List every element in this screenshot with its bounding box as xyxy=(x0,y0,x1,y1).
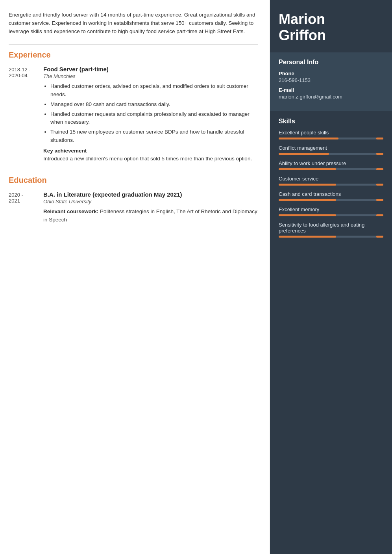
email-value: marion.z.girffon@gmail.com xyxy=(279,94,383,100)
skills-list: Excellent people skillsConflict manageme… xyxy=(279,130,383,238)
skill-bar-end xyxy=(376,168,383,170)
education-entry: 2020 - 2021B.A. in Literature (expected … xyxy=(9,191,258,224)
skill-name: Ability to work under pressure xyxy=(279,160,383,166)
bullet-item: Handled customer orders, advised on spec… xyxy=(50,82,258,99)
skill-bar-end xyxy=(376,199,383,201)
coursework-text: Relevant coursework: Politeness strategi… xyxy=(43,208,258,224)
skill-name: Cash and card transactions xyxy=(279,191,383,197)
personal-info-section: Personal Info Phone 216-596-1153 E-mail … xyxy=(270,52,392,111)
divider-experience xyxy=(9,45,258,45)
achievement-label: Key achievement xyxy=(43,148,258,154)
skill-bar-end xyxy=(376,153,383,155)
skill-bar-end xyxy=(376,236,383,238)
experience-content: Food Server (part-time)The MunchiesHandl… xyxy=(43,66,258,163)
experience-bullets: Handled customer orders, advised on spec… xyxy=(50,82,258,145)
education-list: 2020 - 2021B.A. in Literature (expected … xyxy=(9,191,258,224)
skill-item: Sensitivity to food allergies and eating… xyxy=(279,222,383,238)
experience-section-title: Experience xyxy=(9,50,258,59)
skill-item: Conflict management xyxy=(279,145,383,155)
skill-bar-fill xyxy=(279,184,336,186)
skill-name: Excellent memory xyxy=(279,206,383,212)
experience-date: 2018-12 - 2020-04 xyxy=(9,66,43,163)
skill-bar-fill xyxy=(279,214,336,216)
phone-label: Phone xyxy=(279,71,383,76)
education-title: B.A. in Literature (expected graduation … xyxy=(43,191,258,198)
skill-bar-fill xyxy=(279,236,336,238)
skill-name: Customer service xyxy=(279,176,383,182)
skill-bar-bg xyxy=(279,138,383,139)
left-column: Energetic and friendly food server with … xyxy=(0,0,270,554)
skill-bar-fill xyxy=(279,153,329,155)
education-content: B.A. in Literature (expected graduation … xyxy=(43,191,258,224)
bullet-item: Managed over 80 cash and card transactio… xyxy=(50,100,258,109)
skill-bar-bg xyxy=(279,168,383,170)
right-column: Marion Griffon Personal Info Phone 216-5… xyxy=(270,0,392,554)
skills-heading: Skills xyxy=(279,118,383,125)
skill-bar-bg xyxy=(279,214,383,216)
skill-item: Customer service xyxy=(279,176,383,186)
experience-title: Food Server (part-time) xyxy=(43,66,258,73)
resume-wrapper: Energetic and friendly food server with … xyxy=(0,0,392,554)
skill-bar-fill xyxy=(279,168,336,170)
skill-bar-fill xyxy=(279,199,336,201)
skill-name: Conflict management xyxy=(279,145,383,151)
first-name: Marion xyxy=(279,11,325,27)
skill-item: Ability to work under pressure xyxy=(279,160,383,170)
divider-education xyxy=(9,170,258,170)
skill-bar-bg xyxy=(279,236,383,238)
email-label: E-mail xyxy=(279,87,383,93)
summary-text: Energetic and friendly food server with … xyxy=(9,11,258,36)
skill-bar-bg xyxy=(279,153,383,155)
skill-bar-end xyxy=(376,214,383,216)
name-section: Marion Griffon xyxy=(270,0,392,52)
skills-section: Skills Excellent people skillsConflict m… xyxy=(270,111,392,251)
skill-item: Excellent memory xyxy=(279,206,383,216)
coursework-label: Relevant coursework: xyxy=(43,208,100,214)
personal-info-heading: Personal Info xyxy=(279,59,383,66)
phone-value: 216-596-1153 xyxy=(279,77,383,83)
skill-bar-end xyxy=(376,184,383,186)
skill-item: Excellent people skills xyxy=(279,130,383,139)
skill-bar-bg xyxy=(279,199,383,201)
last-name: Griffon xyxy=(279,27,326,43)
skill-bar-bg xyxy=(279,184,383,186)
achievement-text: Introduced a new children's menu option … xyxy=(43,155,258,163)
skill-name: Sensitivity to food allergies and eating… xyxy=(279,222,383,234)
bullet-item: Trained 15 new employees on customer ser… xyxy=(50,128,258,145)
education-subtitle: Ohio State University xyxy=(43,199,258,204)
experience-entry: 2018-12 - 2020-04Food Server (part-time)… xyxy=(9,66,258,163)
skill-name: Excellent people skills xyxy=(279,130,383,136)
skill-item: Cash and card transactions xyxy=(279,191,383,201)
skill-bar-fill xyxy=(279,138,338,139)
education-section-title: Education xyxy=(9,176,258,185)
bullet-item: Handled customer requests and complaints… xyxy=(50,110,258,127)
candidate-name: Marion Griffon xyxy=(279,11,383,44)
experience-list: 2018-12 - 2020-04Food Server (part-time)… xyxy=(9,66,258,163)
education-date: 2020 - 2021 xyxy=(9,191,43,224)
experience-subtitle: The Munchies xyxy=(43,73,258,79)
skill-bar-end xyxy=(376,138,383,139)
